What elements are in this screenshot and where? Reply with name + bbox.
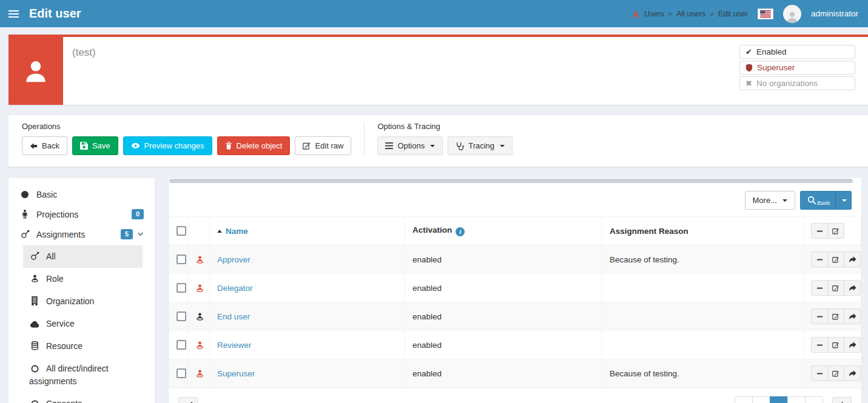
trash-icon	[225, 142, 232, 150]
share-button[interactable]	[844, 365, 861, 381]
horizontal-scrollbar[interactable]	[169, 179, 853, 183]
edit-button[interactable]	[827, 337, 844, 353]
caret-down-icon	[782, 199, 787, 202]
row-checkbox[interactable]	[177, 368, 186, 378]
save-button[interactable]: Save	[72, 136, 118, 155]
submenu-item-service[interactable]: Service	[23, 313, 143, 335]
search-split-button: Basic	[800, 191, 852, 210]
assignments-table: Name Activationi Assignment Reason App	[169, 216, 861, 388]
row-actions-cell	[804, 274, 861, 302]
role-icon	[188, 274, 210, 302]
name-sort-link[interactable]: Name	[226, 227, 248, 236]
info-icon[interactable]: i	[456, 227, 465, 236]
eye-icon	[131, 142, 140, 149]
role-icon	[29, 274, 40, 283]
status-badge-label: Enabled	[756, 47, 787, 56]
count-badge: 0	[132, 209, 144, 219]
back-button[interactable]: Back	[22, 136, 67, 155]
unassign-button[interactable]	[811, 280, 828, 296]
breadcrumb-all-users[interactable]: All users	[676, 10, 705, 18]
reason-cell: Because of testing.	[602, 245, 804, 274]
row-checkbox[interactable]	[177, 311, 186, 321]
person-icon	[22, 57, 50, 85]
edit-button[interactable]	[827, 308, 844, 324]
options-dropdown-button[interactable]: Options	[377, 136, 443, 155]
assignment-name-link[interactable]: Superuser	[217, 369, 255, 378]
more-dropdown-button[interactable]: More...	[745, 191, 795, 210]
role-icon	[188, 245, 210, 274]
table-toolbar: More... Basic	[169, 183, 861, 216]
submenu-item-organization[interactable]: Organization	[23, 290, 143, 313]
submenu-item-role[interactable]: Role	[23, 268, 143, 290]
pencil-square-icon	[303, 142, 311, 150]
submenu-item-resource[interactable]: Resource	[23, 335, 143, 358]
first-page-button[interactable]: «	[735, 396, 753, 403]
delete-object-button[interactable]: Delete object	[217, 136, 291, 155]
caret-down-icon	[842, 199, 847, 202]
arrow-left-icon	[30, 142, 38, 150]
stethoscope-icon	[456, 142, 464, 150]
menu-item-basic[interactable]: Basic	[8, 185, 155, 204]
unassign-button[interactable]	[811, 365, 828, 381]
next-page-button[interactable]: ›	[787, 396, 806, 403]
breadcrumb-separator: >	[668, 10, 672, 18]
edit-raw-button[interactable]: Edit raw	[295, 136, 351, 155]
logged-in-username[interactable]: administrator	[811, 9, 858, 18]
shield-icon	[745, 64, 753, 72]
unassign-button[interactable]	[811, 251, 828, 267]
share-button[interactable]	[844, 251, 861, 267]
share-button[interactable]	[844, 280, 861, 296]
avatar[interactable]	[783, 5, 801, 23]
page-1-button[interactable]: 1	[770, 396, 788, 403]
prev-page-button[interactable]: ‹	[752, 396, 770, 403]
unassign-button[interactable]	[811, 337, 828, 353]
row-checkbox[interactable]	[177, 283, 186, 293]
last-page-button[interactable]: »	[805, 396, 823, 403]
assignment-name-link[interactable]: End user	[217, 312, 250, 321]
new-assignment-button[interactable]	[178, 397, 198, 403]
share-button[interactable]	[844, 308, 861, 324]
reason-cell	[602, 302, 804, 331]
bars-icon	[385, 142, 393, 149]
submenu-item-consents[interactable]: Consents	[23, 393, 143, 403]
activation-cell: enabled	[405, 245, 602, 274]
tracing-dropdown-button[interactable]: Tracing	[448, 136, 513, 155]
check-icon: ✔	[745, 47, 752, 56]
name-column-header: Name	[210, 217, 405, 245]
unassign-all-button[interactable]	[811, 223, 828, 239]
assignment-name-link[interactable]: Delegator	[217, 284, 253, 293]
circle-outline-icon	[29, 400, 40, 403]
table-row: Approver enabled Because of testing.	[169, 245, 861, 274]
row-checkbox[interactable]	[177, 340, 186, 350]
row-actions-cell	[804, 359, 861, 388]
paging-settings-button[interactable]	[832, 397, 852, 403]
edit-button[interactable]	[827, 251, 844, 267]
icon-column-header	[188, 217, 210, 245]
sort-asc-icon	[217, 230, 222, 233]
assignments-panel: More... Basic Name Activationi Assig	[169, 178, 861, 403]
menu-item-projections[interactable]: Projections 0	[8, 204, 155, 224]
search-mode-dropdown[interactable]	[835, 191, 852, 210]
submenu-item-all[interactable]: All	[23, 245, 143, 268]
assignment-name-link[interactable]: Approver	[217, 255, 251, 264]
assignment-name-link[interactable]: Reviewer	[217, 341, 251, 350]
locale-flag-icon[interactable]	[758, 8, 773, 19]
hamburger-menu-icon[interactable]	[0, 0, 27, 27]
options-tracing-label: Options & Tracing	[377, 122, 513, 131]
row-checkbox[interactable]	[177, 255, 186, 264]
preview-changes-button[interactable]: Preview changes	[123, 136, 212, 155]
unassign-button[interactable]	[811, 308, 828, 324]
edit-all-button[interactable]	[827, 223, 844, 239]
edit-button[interactable]	[827, 280, 844, 296]
breadcrumb-users[interactable]: Users	[644, 10, 664, 18]
submenu-item-all-direct-indirect[interactable]: All direct/indirect assignments	[23, 358, 143, 393]
male-icon	[19, 210, 30, 219]
menu-item-assignments[interactable]: Assignments 5	[8, 224, 155, 244]
edit-button[interactable]	[827, 365, 844, 381]
reason-cell	[602, 331, 804, 359]
search-button[interactable]: Basic	[800, 191, 835, 210]
row-actions-cell	[804, 245, 861, 274]
select-all-checkbox[interactable]	[177, 226, 186, 236]
operations-panel: Operations Back Save Preview changes Del…	[8, 115, 868, 167]
share-button[interactable]	[844, 337, 861, 353]
